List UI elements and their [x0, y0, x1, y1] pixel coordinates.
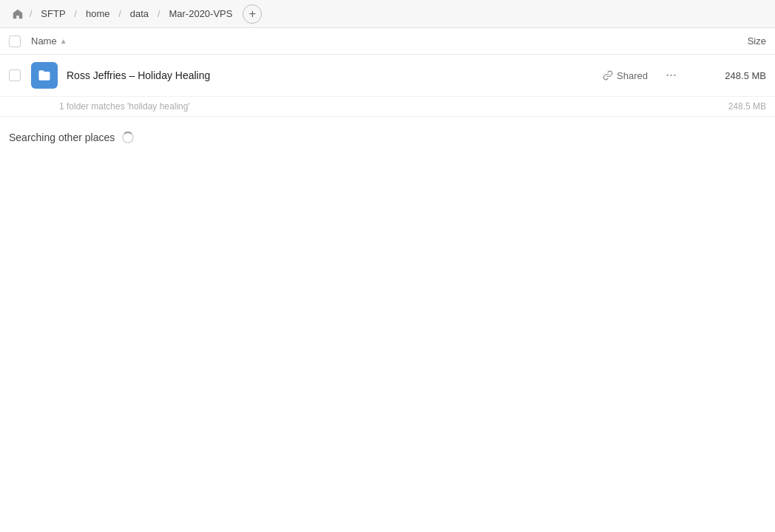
- file-size: 248.5 MB: [692, 70, 766, 81]
- size-column-header[interactable]: Size: [692, 35, 766, 47]
- content-area: [0, 158, 775, 532]
- match-text: 1 folder matches 'holiday healing': [59, 101, 692, 112]
- file-checkbox[interactable]: [9, 69, 31, 81]
- checkbox-box: [9, 69, 21, 81]
- breadcrumb-item-home[interactable]: home: [80, 6, 116, 21]
- sort-icon: ▲: [60, 37, 67, 45]
- select-all-checkbox[interactable]: [9, 35, 31, 47]
- sep-4: /: [156, 9, 161, 19]
- checkbox-box: [9, 35, 21, 47]
- home-icon[interactable]: [9, 5, 27, 23]
- more-options-button[interactable]: ···: [660, 64, 683, 87]
- name-column-label: Name: [31, 35, 57, 47]
- name-column-header[interactable]: Name ▲: [31, 35, 692, 47]
- sep-1: /: [28, 9, 33, 19]
- breadcrumb-bar: / SFTP / home / data / Mar-2020-VPS +: [0, 0, 775, 28]
- shared-badge: Shared: [603, 70, 648, 81]
- add-tab-button[interactable]: +: [243, 4, 262, 24]
- match-info-row: 1 folder matches 'holiday healing' 248.5…: [0, 97, 775, 117]
- column-header: Name ▲ Size: [0, 28, 775, 55]
- link-icon: [603, 70, 613, 81]
- sep-2: /: [73, 9, 78, 19]
- file-row[interactable]: Ross Jeffries – Holiday Healing Shared ·…: [0, 55, 775, 97]
- folder-icon: [31, 62, 58, 89]
- match-size: 248.5 MB: [692, 101, 766, 112]
- app-container: / SFTP / home / data / Mar-2020-VPS + Na…: [0, 0, 775, 532]
- breadcrumb-item-mar2020vps[interactable]: Mar-2020-VPS: [163, 6, 238, 21]
- loading-spinner: [122, 132, 134, 143]
- breadcrumb-item-sftp[interactable]: SFTP: [35, 6, 71, 21]
- shared-label: Shared: [617, 70, 648, 81]
- searching-section: Searching other places: [0, 117, 775, 158]
- ellipsis-icon: ···: [666, 69, 677, 81]
- svg-point-0: [41, 75, 44, 78]
- file-name: Ross Jeffries – Holiday Healing: [67, 69, 603, 81]
- searching-label: Searching other places: [9, 132, 115, 143]
- sep-3: /: [117, 9, 122, 19]
- breadcrumb-item-data[interactable]: data: [124, 6, 155, 21]
